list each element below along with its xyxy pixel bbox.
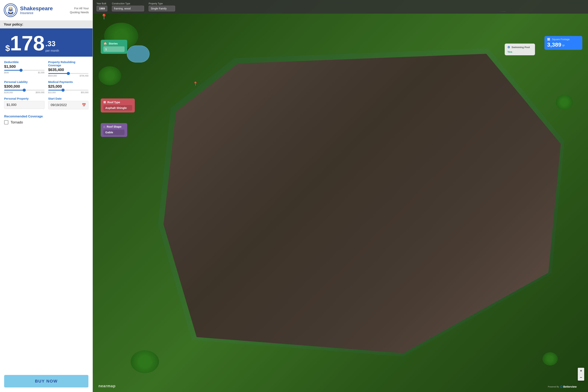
year-built-value: 1969 — [96, 6, 107, 11]
betterview-logo: ⬡ Betterview — [560, 385, 577, 388]
personal-liability-value: $300,000 — [4, 84, 44, 89]
zoom-out-button[interactable]: − — [578, 374, 584, 381]
roof-type-card-header: ⊞ Roof Type — [103, 100, 132, 104]
property-type-label: Property Type — [149, 2, 175, 5]
price-period: per month — [45, 49, 59, 52]
deductible-min: $500 — [4, 72, 9, 74]
stories-card: 🏠 Stories 1 2 3 — [101, 40, 127, 54]
price-dollar-symbol: $ — [5, 44, 10, 52]
svg-point-5 — [11, 8, 12, 9]
roof-type-select[interactable]: Asphalt Shingle Metal Tile Wood Shake — [103, 105, 132, 110]
start-date-value: 09/19/2022 — [51, 103, 67, 107]
tree-patch-2 — [98, 66, 121, 85]
swimming-pool-value: Yes — [507, 50, 532, 54]
calendar-icon: 📅 — [82, 103, 86, 107]
roof-type-label: Roof Type — [107, 101, 120, 104]
shakespeare-logo-icon — [5, 5, 16, 16]
roof-shape-select[interactable]: Gable Hip Flat Mansard — [103, 130, 124, 135]
roof-shape-label: Roof Shape — [107, 125, 121, 128]
company-subtitle: Insurance — [20, 11, 53, 15]
deductible-label: Deductible — [4, 60, 44, 64]
square-footage-card: ⬜ Square Footage 3,389 ft² — [545, 36, 582, 50]
property-type-select[interactable]: Single Family Multi Family Condo — [149, 6, 175, 11]
policy-label: Your policy: — [4, 22, 23, 26]
construction-type-label: Construction Type — [112, 2, 144, 5]
construction-type-group: Construction Type framing, wood masonry … — [112, 2, 144, 11]
roof-shape-icon: ⌂ — [103, 125, 105, 128]
tree-patch-3 — [556, 95, 573, 110]
swimming-pool-card-header: ⚙ Swimming Pool — [507, 46, 532, 49]
start-date-label: Start Date — [48, 97, 89, 100]
start-date-field[interactable]: 09/19/2022 📅 — [48, 101, 89, 109]
property-rebuilding-label: Property Rebuilding Coverage — [48, 60, 89, 67]
header-tagline: For All Your Quoting Needs — [70, 6, 89, 14]
deductible-slider[interactable] — [4, 70, 44, 71]
construction-type-select[interactable]: framing, wood masonry steel frame — [112, 6, 144, 11]
price-cents: .33 — [45, 40, 59, 48]
start-date-item: Start Date 09/19/2022 📅 — [48, 97, 89, 110]
house-location-pin: 📍 — [193, 82, 198, 86]
map-header: Year Built 1969 Construction Type framin… — [93, 0, 588, 14]
price-row: $ 178 .33 per month — [5, 34, 87, 52]
roof-shape-card-header: ⌂ Roof Shape — [103, 125, 124, 128]
swimming-pool-card: ⚙ Swimming Pool Yes — [505, 44, 535, 55]
property-rebuilding-slider[interactable] — [48, 73, 89, 74]
roof-shape-card: ⌂ Roof Shape Gable Hip Flat Mansard — [101, 123, 127, 137]
square-footage-value: 3,389 — [547, 42, 561, 48]
personal-property-item: Personal Property — [4, 97, 44, 110]
personal-liability-min: $100,000 — [4, 91, 13, 94]
property-rebuilding-min: $564,800 — [48, 74, 57, 77]
personal-liability-slider[interactable] — [4, 90, 44, 90]
year-built-label: Year Built — [96, 2, 107, 5]
header: Shakespeare Insurance For All Your Quoti… — [0, 0, 92, 21]
buy-now-button[interactable]: BUY NOW — [4, 375, 88, 388]
personal-liability-item: Personal Liability $300,000 $100,000 $50… — [4, 80, 44, 94]
powered-by-text: Powered By — [548, 386, 559, 388]
map-location-pin: 📍 — [101, 14, 107, 20]
stories-label: Stories — [109, 42, 117, 45]
house-icon: 🏠 — [103, 42, 107, 45]
medical-payments-min: $10,000 — [48, 91, 56, 94]
sqft-icon: ⬜ — [547, 38, 550, 41]
medical-payments-slider[interactable] — [48, 90, 89, 90]
personal-liability-max: $500,000 — [36, 91, 44, 94]
left-panel: Shakespeare Insurance For All Your Quoti… — [0, 0, 93, 392]
roof-type-icon: ⊞ — [103, 100, 106, 104]
logo-circle — [4, 4, 17, 17]
swimming-pool-shape — [127, 46, 149, 62]
deductible-max: $2,500 — [38, 72, 44, 74]
stories-select[interactable]: 1 2 3 — [103, 46, 124, 52]
personal-liability-label: Personal Liability — [4, 80, 44, 84]
coverage-grid: Deductible $1,500 $500 $2,500 Property R… — [4, 60, 88, 113]
square-footage-label: ⬜ Square Footage — [547, 38, 580, 41]
tree-patch-5 — [543, 352, 558, 366]
property-type-group: Property Type Single Family Multi Family… — [149, 2, 175, 11]
nearmap-label: nearmap — [98, 384, 115, 388]
coverage-section: Deductible $1,500 $500 $2,500 Property R… — [0, 56, 92, 372]
medical-payments-item: Medical Payments $25,000 $10,000 $50,000 — [48, 80, 89, 94]
personal-property-label: Personal Property — [4, 97, 44, 100]
swimming-pool-label: Swimming Pool — [512, 46, 530, 49]
company-name: Shakespeare — [20, 6, 53, 12]
zoom-in-button[interactable]: + — [578, 368, 584, 374]
property-rebuilding-item: Property Rebuilding Coverage $635,400 $5… — [48, 60, 89, 77]
tornado-label: Tornado — [10, 120, 23, 124]
deductible-value: $1,500 — [4, 64, 44, 69]
tornado-checkbox[interactable] — [4, 120, 8, 124]
price-cents-block: .33 per month — [45, 37, 59, 52]
medical-payments-max: $50,000 — [81, 91, 88, 94]
stories-card-header: 🏠 Stories — [103, 42, 124, 45]
price-main-amount: 178 — [10, 34, 45, 52]
square-footage-value-row: 3,389 ft² — [547, 42, 580, 48]
price-section: $ 178 .33 per month — [0, 28, 92, 56]
roof-type-card: ⊞ Roof Type Asphalt Shingle Metal Tile W… — [101, 98, 135, 112]
personal-property-input[interactable] — [4, 101, 44, 109]
tornado-checkbox-row: Tornado — [4, 120, 88, 124]
swimming-icon: ⚙ — [507, 46, 510, 49]
square-footage-unit: ft² — [563, 44, 565, 47]
logo-text: Shakespeare Insurance — [20, 6, 53, 15]
svg-point-4 — [10, 8, 10, 9]
deductible-item: Deductible $1,500 $500 $2,500 — [4, 60, 44, 77]
property-rebuilding-value: $635,400 — [48, 68, 89, 72]
medical-payments-value: $25,000 — [48, 84, 89, 89]
